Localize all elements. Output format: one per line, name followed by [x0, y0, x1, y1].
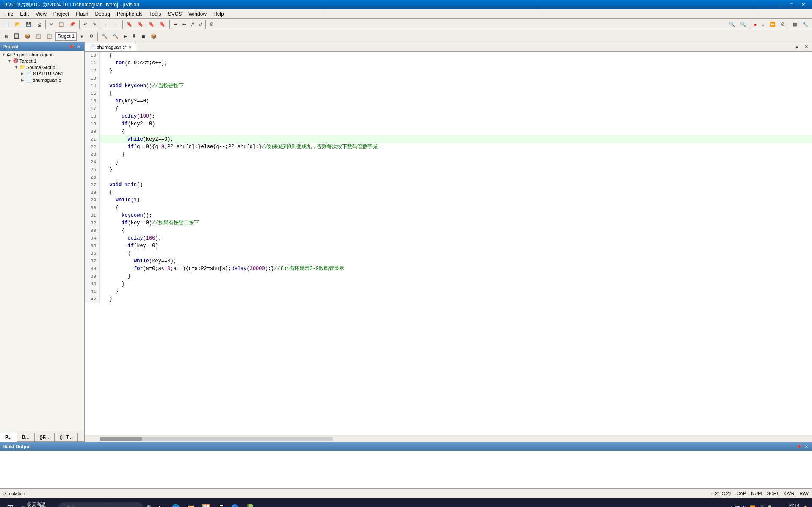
debug-step-button[interactable]: ⏩ [768, 20, 778, 29]
pack-button[interactable]: 📦 [149, 32, 159, 41]
code-line-39: 39 } [85, 273, 812, 280]
build-output-pin-button[interactable]: 📌 [795, 444, 803, 449]
build-target-button[interactable]: ⚙ [207, 20, 216, 29]
tab-templates[interactable]: ()↓ T... [55, 433, 78, 442]
code-line-29: 29 while(1) [85, 196, 812, 204]
weather-widget[interactable]: 🌤 明天高温 接近历史记录 [21, 501, 55, 507]
tab-up-button[interactable]: ▲ [793, 42, 801, 51]
manage-button[interactable]: 📦 [22, 32, 33, 41]
new-file-button[interactable]: 📄 [2, 20, 12, 29]
save-all-button[interactable]: 🖨 [35, 20, 44, 29]
taskbar-explorer-icon[interactable]: 📁 [185, 502, 197, 507]
tab-label: shumaguan.c* [97, 44, 127, 50]
horizontal-scrollbar[interactable] [85, 435, 812, 442]
file-shumaguan-item[interactable]: ▶ 📄 shumaguan.c [1, 77, 83, 83]
project-pin-button[interactable]: 📌 [67, 44, 75, 50]
target-dropdown-button[interactable]: ▼ [77, 32, 86, 41]
menu-tools[interactable]: Tools [146, 10, 165, 18]
taskbar-file-explorer-icon[interactable]: 🗂 [156, 502, 166, 507]
replace-button[interactable]: 🔍 [738, 20, 748, 29]
tab-close-button[interactable]: ✕ [128, 45, 132, 50]
settings-button[interactable]: 🔧 [800, 20, 810, 29]
project-root-item[interactable]: ▼ 🗂 Project: shumaguan [1, 52, 83, 58]
project-env-button[interactable]: 🖥 [2, 32, 11, 41]
nav-fwd-button[interactable]: → [112, 20, 121, 29]
device-button[interactable]: 🔲 [11, 32, 22, 41]
bookmark2-button[interactable]: 🔖 [135, 20, 146, 29]
menu-window[interactable]: Window [185, 10, 210, 18]
menu-help[interactable]: Help [210, 10, 227, 18]
view-options-button[interactable]: ▦ [791, 20, 799, 29]
build-output-close-button[interactable]: ✕ [804, 444, 809, 449]
notification-bell[interactable]: 🔔 [803, 505, 809, 507]
cut-button[interactable]: ✂ [47, 20, 55, 29]
panel-bottom-tabs: P... B... {}F... ()↓ T... [0, 433, 84, 442]
tab-functions[interactable]: {}F... [35, 433, 55, 442]
input-mode[interactable]: 拼 [743, 505, 747, 507]
editor-area: 📄 shumaguan.c* ✕ ▲ ✕ 10 { 11 [85, 42, 812, 442]
options-button[interactable]: ⚙ [87, 32, 96, 41]
project-close-button[interactable]: ✕ [76, 44, 82, 50]
paste-button[interactable]: 📌 [67, 20, 77, 29]
uncomment-button[interactable]: // [197, 20, 204, 29]
code-line-40: 40 } [85, 280, 812, 288]
tab-books[interactable]: B... [17, 433, 35, 442]
download-button[interactable]: ⬇ [130, 32, 138, 41]
find-button[interactable]: 🔍 [727, 20, 737, 29]
lang-indicator[interactable]: 英 [735, 505, 740, 507]
source-group-item[interactable]: ▼ 📁 Source Group 1 [1, 64, 83, 70]
file-startup-item[interactable]: ▶ 📄 STARTUP.A51 [1, 70, 83, 77]
menu-view[interactable]: View [32, 10, 50, 18]
menu-edit[interactable]: Edit [17, 10, 32, 18]
indent-button[interactable]: ⇥ [171, 20, 180, 29]
manage3-button[interactable]: 📋 [44, 32, 55, 41]
bookmark-button[interactable]: 🔖 [124, 20, 135, 29]
nav-back-button[interactable]: ← [102, 20, 111, 29]
taskbar-windows-icon[interactable]: 🪟 [200, 502, 212, 507]
redo-button[interactable]: ↷ [90, 20, 98, 29]
menu-peripherals[interactable]: Peripherals [113, 10, 146, 18]
close-button[interactable]: ✕ [798, 1, 809, 8]
taskbar-printer-icon[interactable]: 🖨 [215, 502, 226, 507]
build-output-title: Build Output [3, 444, 31, 449]
bookmark4-button[interactable]: 🔖 [157, 20, 168, 29]
menu-project[interactable]: Project [50, 10, 72, 18]
expand-root-icon: ▼ [2, 52, 6, 57]
maximize-button[interactable]: □ [787, 1, 796, 8]
rebuild-button[interactable]: 🔨 [110, 32, 121, 41]
translate-button[interactable]: ▶ [122, 32, 129, 41]
debug-run-button[interactable]: ● [752, 20, 759, 29]
system-tray-expand[interactable]: ^ [731, 505, 733, 507]
taskbar-app-icon[interactable]: 📗 [244, 502, 256, 507]
menu-debug[interactable]: Debug [92, 10, 113, 18]
comment-button[interactable]: // [189, 20, 196, 29]
taskbar-search-input[interactable] [58, 502, 143, 507]
save-button[interactable]: 💾 [24, 20, 34, 29]
build-button[interactable]: 🔨 [99, 32, 110, 41]
tab-close-all-button[interactable]: ✕ [802, 42, 810, 51]
debug-extra-button[interactable]: ⚙ [779, 20, 787, 29]
tab-project[interactable]: P... [0, 433, 17, 442]
editor-tab-shumaguan[interactable]: 📄 shumaguan.c* ✕ [85, 43, 136, 51]
taskbar-edge-icon[interactable]: 🌐 [170, 502, 182, 507]
debug-stop-button[interactable]: ○ [760, 20, 767, 29]
code-line-31: 31 keydown(); [85, 212, 812, 219]
menu-file[interactable]: File [2, 10, 17, 18]
bookmark3-button[interactable]: 🔖 [146, 20, 157, 29]
minimize-button[interactable]: − [776, 1, 785, 8]
copy-button[interactable]: 📋 [56, 20, 66, 29]
clock[interactable]: 14:14 2024/10/12 [776, 503, 799, 507]
menu-flash[interactable]: Flash [72, 10, 91, 18]
undo-button[interactable]: ↶ [81, 20, 89, 29]
stop-build-button[interactable]: ⏹ [139, 32, 148, 41]
unindent-button[interactable]: ⇤ [180, 20, 188, 29]
taskbar-browser2-icon[interactable]: 🔵 [229, 502, 241, 507]
target-item[interactable]: ▼ 🎯 Target 1 [1, 58, 83, 64]
code-editor[interactable]: 10 { 11 for(c=0;c<t;c++); 12 } 13 14 [85, 52, 812, 435]
menu-svcs[interactable]: SVCS [165, 10, 185, 18]
expand-shumaguan-icon: ▶ [21, 78, 25, 82]
start-button[interactable]: ⊞ [3, 501, 17, 507]
open-button[interactable]: 📂 [13, 20, 23, 29]
target-selector[interactable]: Target 1 [55, 32, 77, 41]
manage2-button[interactable]: 📋 [33, 32, 44, 41]
